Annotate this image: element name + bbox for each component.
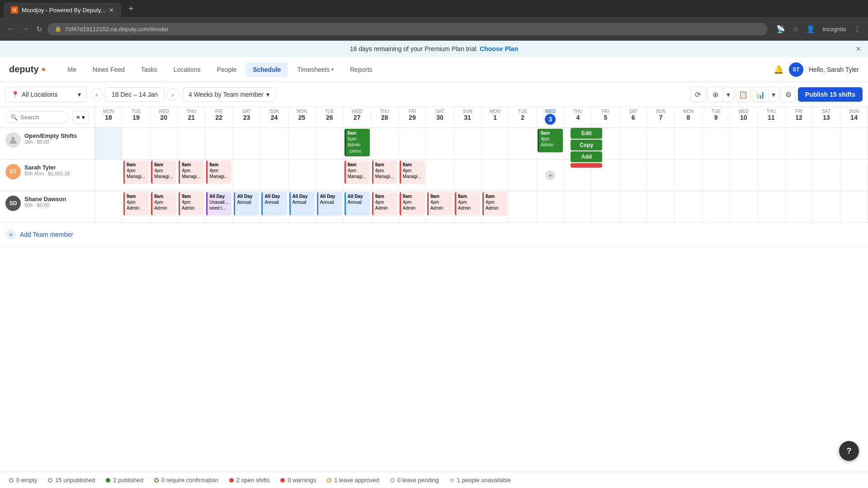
shift-cell-r0-29[interactable] — [399, 128, 426, 159]
shift-st-19[interactable]: 8am 4pm Managi... — [123, 160, 150, 191]
shift-sd-28[interactable]: 9am 4pm Admin — [371, 191, 399, 222]
shane-shift-20[interactable]: 8am 4pm Admin — [151, 192, 176, 216]
shift-sd-7[interactable] — [647, 191, 675, 222]
shift-st-28[interactable]: 8am 4pm Managi... — [371, 160, 399, 191]
shift-sd-31[interactable]: 8am 4pm Admin — [454, 191, 481, 222]
shift-cell-r0-14[interactable] — [840, 128, 868, 159]
profile-button[interactable]: 👤 — [804, 23, 817, 35]
shift-cell-r0-22[interactable] — [205, 128, 233, 159]
context-delete-button[interactable] — [571, 163, 602, 168]
shift-sd-2[interactable] — [509, 191, 537, 222]
shift-st-30[interactable] — [426, 160, 454, 191]
shift-sd-26[interactable]: All Day Annual — [316, 191, 344, 222]
shift-st-12[interactable] — [785, 160, 813, 191]
shift-sd-22[interactable]: All Day Unavail... need t... — [205, 191, 233, 222]
nav-locations[interactable]: Locations — [166, 62, 208, 77]
url-bar[interactable]: 🔒 7cf47d19112152.na.deputy.com/#roster — [47, 23, 767, 35]
shift-sd-5[interactable] — [592, 191, 619, 222]
trial-close-button[interactable]: × — [856, 44, 861, 54]
shift-st-10[interactable] — [730, 160, 758, 191]
shift-sd-25[interactable]: All Day Annual — [288, 191, 316, 222]
date-range-display[interactable]: 18 Dec – 14 Jan — [105, 87, 165, 102]
shift-sd-6[interactable] — [619, 191, 647, 222]
context-add-button[interactable]: Add — [571, 151, 602, 162]
shift-sd-18[interactable] — [95, 191, 123, 222]
prev-date-button[interactable]: ‹ — [90, 88, 103, 101]
shift-st-31[interactable] — [454, 160, 481, 191]
choose-plan-link[interactable]: Choose Plan — [480, 45, 518, 52]
shift-sd-12[interactable] — [785, 191, 813, 222]
shift-st-7[interactable] — [647, 160, 675, 191]
shift-cell-r0-10[interactable] — [730, 128, 758, 159]
nav-me[interactable]: Me — [61, 62, 84, 77]
shift-sd-1[interactable]: 8am 4pm Admin — [481, 191, 509, 222]
add-team-member-row[interactable]: + Add Team member — [0, 223, 868, 247]
shift-sd-14[interactable] — [840, 191, 868, 222]
add-button[interactable]: ⊕ — [708, 87, 723, 102]
open-shift-block-3[interactable]: 8am 4pm Admin — [538, 129, 563, 152]
shift-sd-30[interactable]: 9am 4pm Admin — [426, 191, 454, 222]
help-button[interactable]: ? — [839, 441, 859, 461]
context-edit-button[interactable]: Edit — [571, 128, 602, 139]
shift-sd-3[interactable] — [537, 191, 564, 222]
shane-shift-28[interactable]: 9am 4pm Admin — [372, 192, 397, 216]
shift-st-25[interactable] — [288, 160, 316, 191]
shane-shift-30[interactable]: 9am 4pm Admin — [427, 192, 453, 216]
nav-timesheets[interactable]: Timesheets ▾ — [290, 62, 341, 77]
shift-sd-29[interactable]: 9am 4pm Admin — [399, 191, 426, 222]
shift-sd-24[interactable]: All Day Annual — [260, 191, 288, 222]
shift-sd-9[interactable] — [703, 191, 730, 222]
shane-shift-31[interactable]: 8am 4pm Admin — [455, 192, 480, 216]
shift-cell-r0-25[interactable] — [288, 128, 316, 159]
shift-st-9[interactable] — [703, 160, 730, 191]
sarah-shift-21[interactable]: 8am 4pm Managi... — [179, 160, 204, 184]
shift-st-3[interactable]: + — [537, 160, 564, 191]
user-avatar[interactable]: ST — [789, 62, 803, 77]
nav-schedule[interactable]: Schedule — [245, 62, 288, 77]
shift-st-8[interactable] — [675, 160, 703, 191]
shift-sd-19[interactable]: 9am 4pm Admin — [123, 191, 150, 222]
shift-sd-11[interactable] — [758, 191, 785, 222]
publish-button[interactable]: Publish 15 shifts — [798, 87, 863, 102]
active-tab[interactable]: M Moodjoy - Powered By Deputy... ✕ — [4, 3, 121, 17]
shift-cell-r0-18[interactable] — [95, 128, 123, 159]
sarah-shift-19[interactable]: 8am 4pm Managi... — [123, 160, 149, 184]
shift-cell-r0-12[interactable] — [785, 128, 813, 159]
location-select[interactable]: 📍 All Locations ▾ — [5, 87, 87, 102]
shift-st-29[interactable]: 8am 4pm Managi... — [399, 160, 426, 191]
shift-st-26[interactable] — [316, 160, 344, 191]
nav-people[interactable]: People — [210, 62, 244, 77]
shift-cell-r0-26[interactable] — [316, 128, 344, 159]
add-dropdown-button[interactable]: ▾ — [723, 87, 734, 102]
sarah-shift-28[interactable]: 8am 4pm Managi... — [372, 160, 397, 184]
shift-sd-10[interactable] — [730, 191, 758, 222]
context-copy-button[interactable]: Copy — [571, 140, 602, 150]
shane-shift-19[interactable]: 9am 4pm Admin — [123, 192, 149, 216]
shift-st-18[interactable] — [95, 160, 123, 191]
shift-st-6[interactable] — [619, 160, 647, 191]
shift-cell-r0-28[interactable] — [371, 128, 399, 159]
refresh-schedule-button[interactable]: ⟳ — [690, 87, 706, 102]
shift-st-27[interactable]: 8am 4pm Managi... — [344, 160, 371, 191]
shane-shift-29[interactable]: 9am 4pm Admin — [400, 192, 425, 216]
add-shift-button-3[interactable]: + — [545, 170, 555, 180]
shift-sd-27[interactable]: All Day Annual — [344, 191, 371, 222]
nav-reports[interactable]: Reports — [343, 62, 379, 77]
shane-shift-22[interactable]: All Day Unavail... need t... — [206, 192, 231, 216]
shift-cell-r0-31[interactable] — [454, 128, 481, 159]
shift-st-20[interactable]: 8am 4pm Managi... — [150, 160, 178, 191]
sarah-shift-20[interactable]: 8am 4pm Managi... — [151, 160, 176, 184]
shane-shift-27[interactable]: All Day Annual — [344, 192, 370, 216]
shift-st-24[interactable] — [260, 160, 288, 191]
shane-shift-26[interactable]: All Day Annual — [317, 192, 342, 216]
search-field[interactable] — [20, 114, 61, 121]
nav-tasks[interactable]: Tasks — [134, 62, 165, 77]
shift-cell-r0-30[interactable] — [426, 128, 454, 159]
shift-sd-23[interactable]: All Day Annual — [233, 191, 260, 222]
shift-sd-4[interactable] — [564, 191, 592, 222]
view-select[interactable]: 4 Weeks by Team member ▾ — [183, 87, 275, 102]
shift-cell-r0-11[interactable] — [758, 128, 785, 159]
cast-button[interactable]: 📡 — [774, 23, 787, 35]
shift-cell-r0-7[interactable] — [647, 128, 675, 159]
shift-sd-13[interactable] — [813, 191, 840, 222]
